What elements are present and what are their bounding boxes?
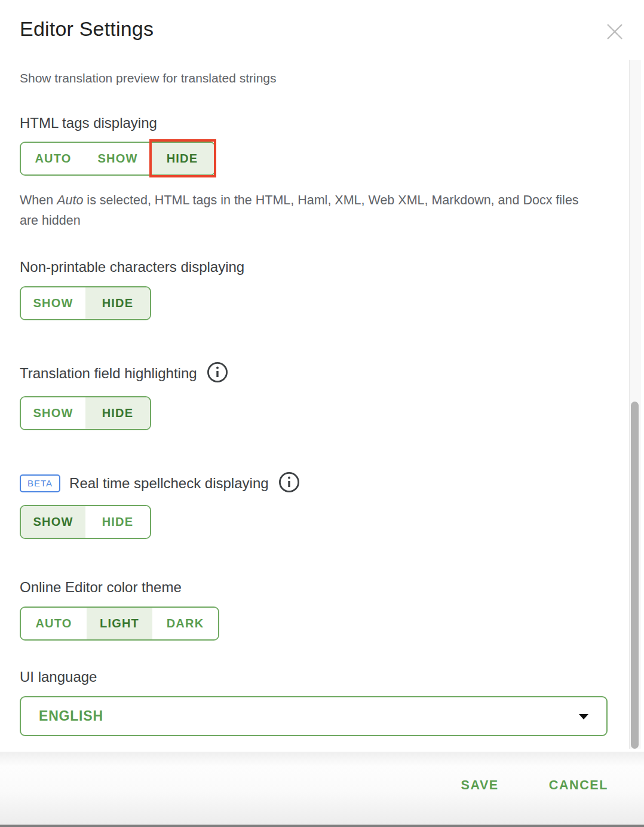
dialog-header: Editor Settings <box>0 0 644 60</box>
spellcheck-toggle-row: SHOW HIDE <box>20 505 151 539</box>
description-emphasis: Auto <box>57 193 83 207</box>
caret-down-icon <box>579 714 588 719</box>
non-printable-option-show[interactable]: SHOW <box>21 287 85 319</box>
field-highlighting-option-hide[interactable]: HIDE <box>85 397 150 429</box>
non-printable-toggle-group: SHOW HIDE <box>20 286 151 320</box>
cancel-button[interactable]: CANCEL <box>549 778 608 793</box>
ui-language-value: ENGLISH <box>39 708 103 724</box>
spellcheck-option-show[interactable]: SHOW <box>21 506 85 538</box>
field-highlighting-toggle-row: SHOW HIDE <box>20 396 151 430</box>
field-highlighting-option-show[interactable]: SHOW <box>21 397 85 429</box>
section-label-html-tags: HTML tags displaying <box>20 114 593 132</box>
color-theme-option-dark[interactable]: DARK <box>152 608 218 639</box>
settings-content: Show translation preview for translated … <box>0 60 629 736</box>
description-text: When <box>20 193 57 207</box>
section-row-spellcheck: BETA Real time spellcheck displaying <box>20 471 593 496</box>
html-tags-option-show[interactable]: SHOW <box>85 143 150 174</box>
spellcheck-option-hide[interactable]: HIDE <box>85 506 150 538</box>
html-tags-description: When Auto is selected, HTML tags in the … <box>20 190 593 231</box>
section-label-ui-language: UI language <box>20 668 593 686</box>
non-printable-option-hide[interactable]: HIDE <box>85 287 150 319</box>
save-button[interactable]: SAVE <box>461 778 498 793</box>
ui-language-select[interactable]: ENGLISH <box>20 696 608 736</box>
description-text: is selected, HTML tags in the HTML, Haml… <box>20 193 579 228</box>
color-theme-option-auto[interactable]: AUTO <box>21 608 87 639</box>
dialog-footer: SAVE CANCEL <box>0 752 644 827</box>
section-label-color-theme: Online Editor color theme <box>20 578 593 596</box>
info-icon[interactable] <box>278 471 300 496</box>
html-tags-option-auto[interactable]: AUTO <box>21 143 85 174</box>
color-theme-option-light[interactable]: LIGHT <box>87 608 152 639</box>
section-label-field-highlighting: Translation field highlighting <box>20 365 197 382</box>
section-row-field-highlighting: Translation field highlighting <box>20 361 593 386</box>
section-label-non-printable: Non-printable characters displaying <box>20 258 593 276</box>
section-label-spellcheck: Real time spellcheck displaying <box>69 474 269 492</box>
color-theme-toggle-row: AUTO LIGHT DARK <box>20 607 219 641</box>
spellcheck-toggle-group: SHOW HIDE <box>20 505 151 539</box>
non-printable-toggle-row: SHOW HIDE <box>20 286 151 320</box>
close-icon <box>603 36 627 45</box>
color-theme-toggle-group: AUTO LIGHT DARK <box>20 607 219 641</box>
close-button[interactable] <box>603 20 627 44</box>
info-icon[interactable] <box>206 361 229 386</box>
dialog-title: Editor Settings <box>20 17 154 41</box>
beta-badge: BETA <box>20 474 60 492</box>
scrollbar-thumb[interactable] <box>631 402 639 749</box>
translation-preview-note: Show translation preview for translated … <box>20 70 593 87</box>
field-highlighting-toggle-group: SHOW HIDE <box>20 396 151 430</box>
html-tags-option-hide[interactable]: HIDE <box>150 143 214 174</box>
html-tags-toggle-row: AUTO SHOW HIDE <box>20 142 216 176</box>
html-tags-toggle-group: AUTO SHOW HIDE <box>20 142 216 176</box>
